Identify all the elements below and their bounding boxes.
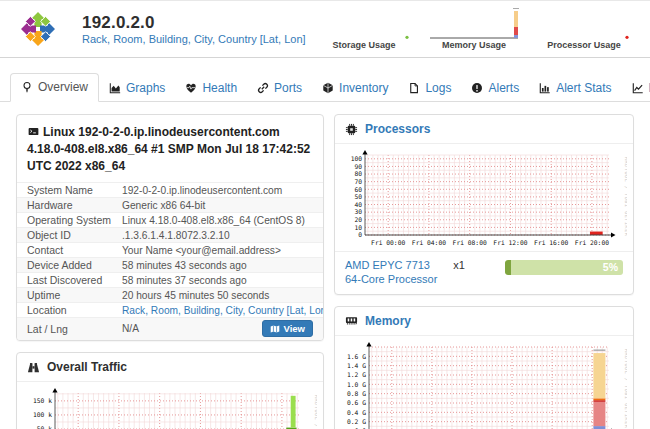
svg-text:70: 70 — [354, 178, 362, 185]
svg-text:0.4 G: 0.4 G — [347, 408, 366, 415]
svg-text:90: 90 — [354, 163, 362, 170]
centos-logo-icon — [18, 9, 58, 49]
cpu-name-link[interactable]: AMD EPYC 7713 64-Core Processor — [345, 258, 437, 287]
svg-text:80: 80 — [354, 170, 362, 177]
table-row: Device Added 58 minutes 43 seconds ago — [17, 257, 323, 272]
svg-text:Fri 00:00: Fri 00:00 — [371, 239, 405, 246]
overall-traffic-header: Overall Traffic — [17, 353, 323, 382]
svg-text:150 k: 150 k — [33, 398, 52, 405]
sparkline-storage-usage[interactable]: Storage Usage — [316, 8, 412, 50]
svg-text:10: 10 — [354, 224, 362, 231]
system-info-panel: Linux 192-0-2-0.ip.linodeusercontent.com… — [16, 114, 324, 341]
svg-text:100: 100 — [351, 155, 363, 162]
sparkline-label: Storage Usage — [316, 40, 412, 50]
processors-title: Processors — [365, 122, 430, 136]
svg-text:0: 0 — [358, 231, 362, 238]
sparkline-label: Memory Usage — [426, 40, 522, 50]
svg-text:RRDTOOL / TOBI OETIKER: RRDTOOL / TOBI OETIKER — [624, 157, 628, 237]
cube-icon — [322, 82, 334, 94]
svg-text:Fri 08:00: Fri 08:00 — [453, 239, 487, 246]
overall-traffic-panel: Overall Traffic 050 k100 k150 kFri 00:00… — [16, 352, 324, 429]
svg-text:1.0 G: 1.0 G — [347, 380, 366, 387]
system-kernel-string: Linux 192-0-2-0.ip.linodeusercontent.com… — [17, 124, 323, 174]
svg-text:1.2 G: 1.2 G — [347, 371, 366, 378]
cpu-usage-fill — [505, 260, 511, 275]
memory-title: Memory — [365, 314, 411, 328]
cpu-usage-bar: 5% — [505, 260, 623, 275]
link-icon — [257, 82, 269, 94]
table-row: Contact Your Name <your@email.address> — [17, 242, 323, 257]
svg-text:0.8 G: 0.8 G — [347, 390, 366, 397]
table-row: Object ID .1.3.6.1.4.1.8072.3.2.10 — [17, 227, 323, 242]
chart-line-icon — [632, 82, 644, 94]
memory-header[interactable]: Memory — [335, 307, 633, 336]
svg-text:Fri 16:00: Fri 16:00 — [534, 239, 568, 246]
device-title: 192.0.2.0 — [82, 12, 306, 33]
overall-traffic-graph[interactable]: 050 k100 k150 kFri 00:00Fri 04:00Fri 08:… — [17, 382, 323, 429]
binoculars-icon — [27, 361, 40, 374]
microchip-icon — [345, 123, 358, 136]
table-row: Operating System Linux 4.18.0-408.el8.x8… — [17, 212, 323, 227]
memory-icon — [345, 314, 358, 327]
svg-text:RRDTOOL / TOBI OETIKER: RRDTOOL / TOBI OETIKER — [314, 395, 318, 429]
table-row: Lat / Lng N/A View — [17, 317, 323, 340]
server-icon — [27, 125, 43, 139]
svg-text:50: 50 — [354, 193, 362, 200]
chart-bar-icon — [539, 82, 551, 94]
tab-bar: Overview Graphs Health Ports Inventory L… — [0, 71, 650, 102]
svg-text:100 k: 100 k — [33, 412, 52, 419]
sparkline-memory-usage[interactable]: Memory Usage — [426, 8, 522, 50]
svg-text:1.4 G: 1.4 G — [347, 362, 366, 369]
sparkline-label: Processor Usage — [536, 40, 632, 50]
memory-graph[interactable]: 0.00.2 G0.4 G0.6 G0.8 G1.0 G1.2 G1.4 G1.… — [335, 336, 633, 429]
sparkline-processor-usage[interactable]: Processor Usage — [536, 8, 632, 50]
memory-panel: Memory 0.00.2 G0.4 G0.6 G0.8 G1.0 G1.2 G… — [334, 306, 634, 429]
overall-traffic-title: Overall Traffic — [47, 360, 127, 374]
heartbeat-icon — [185, 82, 197, 94]
svg-text:40: 40 — [354, 201, 362, 208]
svg-text:Fri 20:00: Fri 20:00 — [575, 239, 609, 246]
table-row: Hardware Generic x86 64-bit — [17, 197, 323, 212]
tab-inventory[interactable]: Inventory — [312, 75, 398, 102]
lightbulb-icon — [21, 81, 33, 93]
processors-panel: Processors 0102030405060708090100Fri 00:… — [334, 114, 634, 295]
tab-latency[interactable]: Latency — [622, 75, 650, 102]
alert-circle-icon — [471, 82, 483, 94]
processors-header[interactable]: Processors — [335, 115, 633, 144]
tab-logs[interactable]: Logs — [398, 75, 461, 102]
table-row: System Name 192-0-2-0.ip.linodeuserconte… — [17, 182, 323, 197]
tab-alerts[interactable]: Alerts — [461, 75, 529, 102]
cpu-count: x1 — [453, 259, 465, 271]
device-header: 192.0.2.0 Rack, Room, Building, City, Co… — [0, 0, 650, 58]
svg-text:60: 60 — [354, 186, 362, 193]
device-location-link[interactable]: Rack, Room, Building, City, Country [Lat… — [82, 33, 306, 47]
usage-sparklines: Storage UsageMemory UsageProcessor Usage — [316, 8, 638, 50]
files-icon — [408, 82, 420, 94]
svg-text:20: 20 — [354, 216, 362, 223]
tab-health[interactable]: Health — [175, 75, 247, 102]
system-info-table: System Name 192-0-2-0.ip.linodeuserconte… — [17, 182, 323, 340]
svg-text:RRDTOOL / TOBI OETIKER: RRDTOOL / TOBI OETIKER — [624, 349, 628, 429]
table-row: Last Discovered 58 minutes 37 seconds ag… — [17, 272, 323, 287]
overview-content: Linux 192-0-2-0.ip.linodeusercontent.com… — [0, 102, 650, 429]
table-row: Uptime 20 hours 45 minutes 50 seconds — [17, 287, 323, 302]
tab-alert-stats[interactable]: Alert Stats — [529, 75, 621, 102]
processors-graph[interactable]: 0102030405060708090100Fri 00:00Fri 04:00… — [335, 144, 633, 251]
table-row: Location Rack, Room, Building, City, Cou… — [17, 302, 323, 317]
tab-overview[interactable]: Overview — [10, 73, 99, 102]
chart-area-icon — [109, 82, 121, 94]
svg-text:1.6 G: 1.6 G — [347, 352, 366, 359]
svg-text:0.6 G: 0.6 G — [347, 399, 366, 406]
tab-graphs[interactable]: Graphs — [99, 75, 175, 102]
svg-text:30: 30 — [354, 208, 362, 215]
svg-text:Fri 12:00: Fri 12:00 — [493, 239, 527, 246]
cpu-usage-percent: 5% — [603, 260, 618, 275]
svg-text:0.2 G: 0.2 G — [347, 418, 366, 425]
svg-text:Fri 04:00: Fri 04:00 — [412, 239, 446, 246]
cpu-row: AMD EPYC 7713 64-Core Processor x1 5% — [335, 251, 633, 294]
tab-ports[interactable]: Ports — [247, 75, 312, 102]
device-title-block: 192.0.2.0 Rack, Room, Building, City, Co… — [82, 12, 306, 47]
view-location-button[interactable]: View — [262, 320, 313, 337]
